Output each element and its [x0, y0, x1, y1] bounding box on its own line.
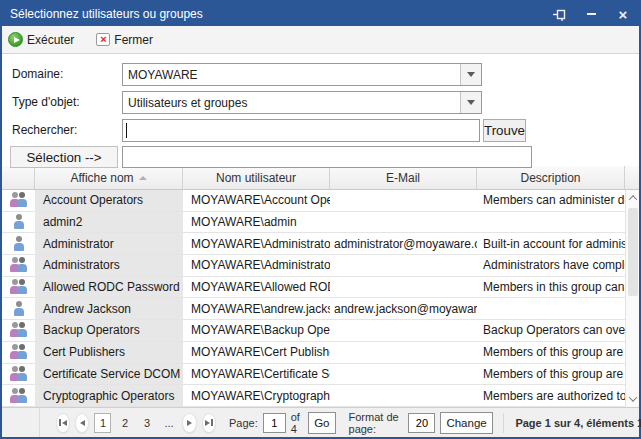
red-x-icon: × — [96, 33, 110, 46]
scroll-up-icon[interactable] — [626, 190, 639, 206]
cell-display-name: Administrator — [35, 233, 183, 254]
table-row[interactable]: Account Operators MOYAWARE\Account Opera… — [2, 190, 625, 212]
table-row[interactable]: Administrator MOYAWARE\Administrator adm… — [2, 233, 625, 255]
page-number-3[interactable]: 3 — [138, 413, 155, 433]
icon-column-header[interactable] — [2, 166, 35, 189]
group-icon — [10, 257, 27, 273]
search-form: Domaine: MOYAWARE Type d'objet: Utilisat… — [2, 54, 639, 166]
cell-display-name: Certificate Service DCOM Access — [35, 364, 183, 385]
results-grid: Affiche nom Nom utilisateur E-Mail Descr… — [2, 166, 639, 407]
table-row[interactable]: Andrew Jackson MOYAWARE\andrew.jackson a… — [2, 298, 625, 320]
go-button[interactable]: Go — [308, 412, 335, 434]
pager-left-cell — [2, 408, 40, 437]
cell-email: administrator@moyaware.com — [330, 233, 477, 254]
table-row[interactable]: Backup Operators MOYAWARE\Backup Operato… — [2, 320, 625, 342]
cell-description: Administrators have complete an — [477, 255, 625, 276]
cell-display-name: Cert Publishers — [35, 342, 183, 363]
cell-description — [477, 298, 625, 319]
titlebar: Sélectionnez utilisateurs ou groupes × — [2, 2, 639, 26]
group-icon — [10, 344, 27, 360]
selection-button[interactable]: Sélection --> — [10, 146, 118, 168]
cell-display-name: Account Operators — [35, 190, 183, 211]
group-icon — [10, 388, 27, 404]
toolbar: Exécuter × Fermer — [2, 26, 639, 54]
cell-description: Members in this group can have t — [477, 277, 625, 298]
cell-username: MOYAWARE\Backup Operators — [183, 320, 330, 341]
play-icon — [8, 32, 23, 47]
table-row[interactable]: Certificate Service DCOM Access MOYAWARE… — [2, 364, 625, 386]
minimize-icon[interactable] — [583, 6, 599, 22]
sort-ascending-icon — [139, 176, 147, 180]
table-row[interactable]: Cert Publishers MOYAWARE\Cert Publishers… — [2, 342, 625, 364]
cell-email — [330, 364, 477, 385]
cell-email — [330, 320, 477, 341]
cell-description: Backup Operators can override se — [477, 320, 625, 341]
cell-username: MOYAWARE\Cert Publishers — [183, 342, 330, 363]
domain-label: Domaine: — [12, 63, 63, 86]
table-row[interactable]: Cryptographic Operators MOYAWARE\Cryptog… — [2, 385, 625, 407]
cell-description: Built-in account for administering — [477, 233, 625, 254]
cell-display-name: Allowed RODC Password Replica — [35, 277, 183, 298]
cell-display-name: Administrators — [35, 255, 183, 276]
cell-username: MOYAWARE\Administrator — [183, 233, 330, 254]
cell-display-name: Andrew Jackson — [35, 298, 183, 319]
last-page-button[interactable] — [202, 413, 216, 433]
next-page-button[interactable] — [182, 413, 196, 433]
scrollbar-thumb[interactable] — [628, 208, 638, 296]
page-label: Page: — [229, 417, 258, 429]
window-title: Sélectionnez utilisateurs ou groupes — [10, 7, 203, 21]
text-caret — [126, 123, 127, 138]
close-button-label: Fermer — [114, 33, 153, 47]
group-icon — [10, 366, 27, 382]
cell-username: MOYAWARE\Allowed RODC Pass — [183, 277, 330, 298]
user-icon — [14, 301, 24, 317]
page-number-1[interactable]: 1 — [94, 413, 111, 433]
table-row[interactable]: Allowed RODC Password Replica MOYAWARE\A… — [2, 277, 625, 299]
vertical-scrollbar[interactable] — [625, 190, 639, 407]
selection-input[interactable] — [122, 146, 532, 168]
cell-email: andrew.jackson@moyaware.com — [330, 298, 477, 319]
cell-description: Members are authorized to perfo — [477, 385, 625, 406]
cell-username: MOYAWARE\Account Operators — [183, 190, 330, 211]
cell-email — [330, 277, 477, 298]
group-icon — [10, 322, 27, 338]
close-icon[interactable]: × — [615, 6, 631, 22]
cell-email — [330, 190, 477, 211]
previous-page-button[interactable] — [75, 413, 89, 433]
domain-dropdown[interactable]: MOYAWARE — [122, 63, 482, 86]
object-type-dropdown[interactable]: Utilisateurs et groupes — [122, 91, 482, 114]
page-of-label: of 4 — [291, 411, 303, 435]
table-row[interactable]: Administrators MOYAWARE\Administrators A… — [2, 255, 625, 277]
cell-display-name: admin2 — [35, 212, 183, 233]
page-size-input[interactable] — [408, 413, 435, 433]
column-header-description[interactable]: Description — [477, 166, 625, 189]
search-input[interactable] — [122, 119, 480, 142]
search-label: Rechercher: — [12, 119, 77, 142]
chevron-down-icon[interactable] — [460, 92, 481, 113]
cell-email — [330, 342, 477, 363]
first-page-button[interactable] — [56, 413, 70, 433]
change-button[interactable]: Change — [440, 412, 492, 434]
grid-header: Affiche nom Nom utilisateur E-Mail Descr… — [2, 166, 639, 190]
find-button[interactable]: Trouver — [483, 119, 526, 142]
cell-username: MOYAWARE\Certificate Service D — [183, 364, 330, 385]
page-number-2[interactable]: 2 — [116, 413, 133, 433]
object-type-label: Type d'objet: — [12, 91, 80, 114]
table-row[interactable]: admin2 MOYAWARE\admin — [2, 212, 625, 234]
cell-username: MOYAWARE\admin — [183, 212, 330, 233]
execute-button[interactable]: Exécuter — [8, 32, 74, 47]
chevron-down-icon[interactable] — [460, 64, 481, 85]
cell-description: Members can administer domain u — [477, 190, 625, 211]
pager-status: Page 1 sur 4, éléments 1 à 20 sur 65. — [515, 417, 641, 429]
scroll-down-icon[interactable] — [626, 391, 639, 407]
page-number-input[interactable] — [263, 413, 286, 433]
page-ellipsis[interactable]: ... — [160, 413, 177, 433]
cell-username: MOYAWARE\Cryptographic Oper — [183, 385, 330, 406]
group-icon — [10, 192, 27, 208]
grid-rows: Account Operators MOYAWARE\Account Opera… — [2, 190, 625, 407]
column-header-email[interactable]: E-Mail — [330, 166, 477, 189]
column-header-username[interactable]: Nom utilisateur — [183, 166, 330, 189]
close-toolbar-button[interactable]: × Fermer — [96, 33, 153, 47]
column-header-display-name[interactable]: Affiche nom — [35, 166, 183, 189]
pin-icon[interactable] — [551, 6, 567, 22]
